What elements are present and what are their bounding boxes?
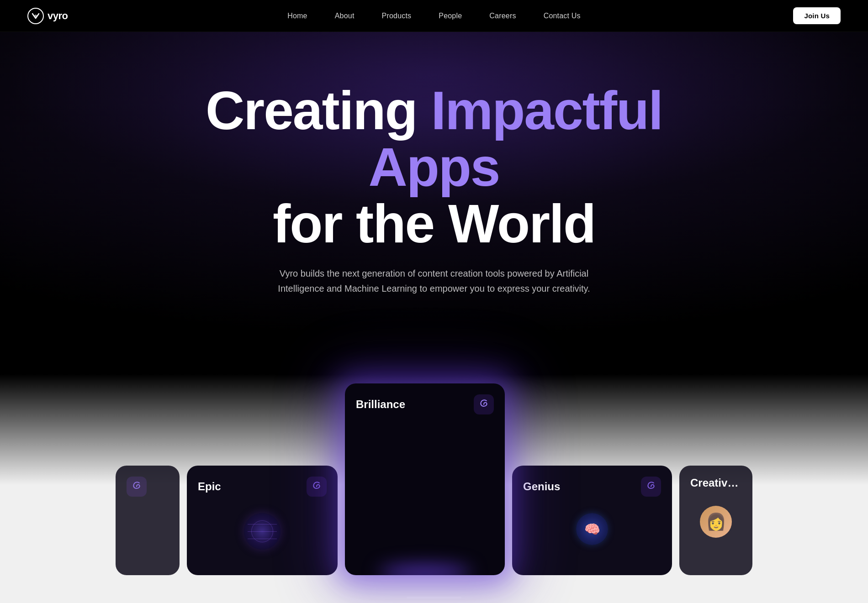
join-us-button[interactable]: Join Us: [793, 7, 841, 24]
bottom-section: [0, 575, 868, 603]
hero-title-line2: for the World: [273, 194, 595, 254]
card-brilliance[interactable]: Brilliance: [345, 383, 505, 575]
vyro-logo-icon: [27, 8, 44, 24]
cards-track: Epic Brilliance: [0, 374, 868, 575]
brain-image: 🧠: [576, 513, 608, 545]
nav-products[interactable]: Products: [382, 12, 412, 20]
card-partial-left[interactable]: [116, 466, 180, 575]
card-creative-image: 👩: [679, 497, 752, 565]
avatar-image: 👩: [700, 506, 732, 538]
nav-home[interactable]: Home: [287, 12, 307, 20]
card-creative[interactable]: Creativ… 👩: [679, 466, 752, 575]
logo-text: vyro: [48, 10, 68, 22]
nav-people[interactable]: People: [439, 12, 462, 20]
spiral-icon-genius: [645, 481, 657, 493]
spiral-icon-epic: [311, 481, 323, 493]
spiral-icon: [131, 481, 143, 493]
card-genius-icon-wrap: [641, 477, 661, 497]
spiral-icon-brilliance: [478, 399, 490, 410]
card-epic[interactable]: Epic: [187, 466, 338, 575]
nav-careers[interactable]: Careers: [489, 12, 516, 20]
globe-image: [244, 513, 281, 550]
logo[interactable]: vyro: [27, 8, 68, 24]
card-epic-icon-wrap: [307, 477, 327, 497]
scroll-indicator: [407, 597, 461, 598]
nav-about[interactable]: About: [335, 12, 355, 20]
card-genius-header: Genius: [512, 466, 672, 504]
navbar: vyro Home About Products People Careers …: [0, 0, 868, 32]
card-partial-left-icon: [127, 477, 147, 497]
card-genius-label: Genius: [523, 480, 560, 493]
nav-contact[interactable]: Contact Us: [544, 12, 581, 20]
card-epic-label: Epic: [198, 480, 221, 493]
hero-subtitle: Vyro builds the next generation of conte…: [274, 266, 594, 296]
hero-section: Creating Impactful Apps for the World Vy…: [0, 0, 868, 374]
svg-point-1: [34, 15, 37, 17]
products-cards-section: Epic Brilliance: [0, 374, 868, 575]
card-genius-image: 🧠: [512, 504, 672, 572]
card-brilliance-header: Brilliance: [345, 383, 505, 422]
card-creative-label: Creativ…: [690, 477, 738, 489]
card-epic-header: Epic: [187, 466, 338, 504]
card-brilliance-icon-wrap: [474, 394, 494, 414]
hero-title-white-part: Creating: [206, 80, 417, 141]
card-epic-image: [187, 504, 338, 572]
nav-links: Home About Products People Careers Conta…: [287, 12, 581, 20]
card-creative-header: Creativ…: [679, 466, 752, 497]
hero-title: Creating Impactful Apps for the World: [137, 83, 731, 252]
card-brilliance-label: Brilliance: [356, 398, 405, 411]
card-genius[interactable]: Genius 🧠: [512, 466, 672, 575]
card-partial-left-header: [116, 466, 180, 504]
